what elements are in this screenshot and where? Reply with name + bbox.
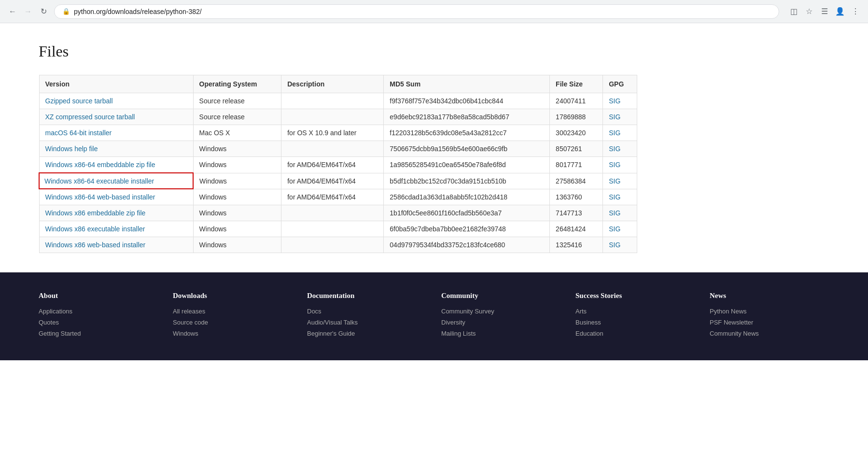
- sig-link[interactable]: SIG: [609, 97, 620, 105]
- gpg-cell: SIG: [603, 125, 637, 141]
- footer-link[interactable]: Community Survey: [441, 308, 561, 315]
- footer-section-title: Community: [441, 292, 561, 300]
- col-description: Description: [281, 75, 384, 93]
- table-row: XZ compressed source tarballSource relea…: [39, 109, 637, 125]
- gpg-cell: SIG: [603, 109, 637, 125]
- footer-link[interactable]: Beginner's Guide: [307, 330, 427, 337]
- col-version: Version: [39, 75, 193, 93]
- sig-link[interactable]: SIG: [609, 129, 620, 137]
- os-cell: Mac OS X: [193, 125, 281, 141]
- md5-cell: 6f0ba59c7dbeba7bb0ee21682fe39748: [384, 221, 550, 237]
- cast-button[interactable]: ◫: [787, 5, 800, 18]
- version-link[interactable]: XZ compressed source tarball: [45, 113, 135, 121]
- footer-section-news: NewsPython NewsPSF NewsletterCommunity N…: [710, 292, 829, 341]
- gpg-cell: SIG: [603, 93, 637, 109]
- version-cell: Windows help file: [39, 141, 193, 157]
- footer-link[interactable]: Source code: [173, 319, 293, 326]
- profile-button[interactable]: 👤: [833, 5, 847, 18]
- lock-icon: 🔒: [62, 8, 70, 15]
- sig-link[interactable]: SIG: [609, 241, 620, 249]
- footer-link[interactable]: Docs: [307, 308, 427, 315]
- footer-link[interactable]: Mailing Lists: [441, 330, 561, 337]
- filesize-cell: 27586384: [550, 173, 603, 189]
- sig-link[interactable]: SIG: [609, 193, 620, 201]
- reload-button[interactable]: ↻: [37, 5, 50, 18]
- footer-link[interactable]: Windows: [173, 330, 293, 337]
- footer-grid: AboutApplicationsQuotesGetting StartedDo…: [39, 292, 829, 341]
- col-filesize: File Size: [550, 75, 603, 93]
- sig-link[interactable]: SIG: [609, 145, 620, 153]
- footer-section-downloads: DownloadsAll releasesSource codeWindows: [173, 292, 293, 341]
- os-cell: Source release: [193, 93, 281, 109]
- version-link[interactable]: Windows x86 web-based installer: [45, 241, 146, 249]
- footer-link[interactable]: Education: [575, 330, 695, 337]
- address-bar[interactable]: 🔒 python.org/downloads/release/python-38…: [54, 4, 779, 19]
- footer-link[interactable]: Arts: [575, 308, 695, 315]
- version-cell: Windows x86-64 web-based installer: [39, 189, 193, 205]
- sig-link[interactable]: SIG: [609, 225, 620, 233]
- back-button[interactable]: ←: [6, 5, 19, 18]
- sig-link[interactable]: SIG: [609, 161, 620, 169]
- gpg-cell: SIG: [603, 221, 637, 237]
- os-cell: Windows: [193, 205, 281, 221]
- tab-search-button[interactable]: ☰: [818, 5, 831, 18]
- gpg-cell: SIG: [603, 173, 637, 189]
- sig-link[interactable]: SIG: [609, 209, 620, 217]
- version-link[interactable]: Windows x86 embeddable zip file: [45, 209, 146, 217]
- version-link[interactable]: Windows x86-64 web-based installer: [45, 193, 155, 201]
- os-cell: Windows: [193, 173, 281, 189]
- version-link[interactable]: macOS 64-bit installer: [45, 129, 112, 137]
- page-title: Files: [39, 42, 637, 60]
- md5-cell: 04d97979534f4bd33752c183fc4ce680: [384, 237, 550, 253]
- table-header: Version Operating System Description MD5…: [39, 75, 637, 93]
- version-cell: Windows x86 web-based installer: [39, 237, 193, 253]
- col-gpg: GPG: [603, 75, 637, 93]
- version-cell: macOS 64-bit installer: [39, 125, 193, 141]
- footer-section-title: News: [710, 292, 829, 300]
- footer-section-title: Success Stories: [575, 292, 695, 300]
- os-cell: Windows: [193, 221, 281, 237]
- table-row: Windows x86-64 web-based installerWindow…: [39, 189, 637, 205]
- footer-link[interactable]: Business: [575, 319, 695, 326]
- forward-button[interactable]: →: [21, 5, 35, 18]
- browser-chrome: ← → ↻ 🔒 python.org/downloads/release/pyt…: [0, 0, 868, 23]
- col-os: Operating System: [193, 75, 281, 93]
- footer-link[interactable]: Python News: [710, 308, 829, 315]
- footer-link[interactable]: Quotes: [39, 319, 158, 326]
- footer-section-title: Documentation: [307, 292, 427, 300]
- description-cell: [281, 221, 384, 237]
- md5-cell: 1a98565285491c0ea65450e78afe6f8d: [384, 157, 550, 173]
- footer-link[interactable]: Getting Started: [39, 330, 158, 337]
- table-row: macOS 64-bit installerMac OS Xfor OS X 1…: [39, 125, 637, 141]
- description-cell: for OS X 10.9 and later: [281, 125, 384, 141]
- sig-link[interactable]: SIG: [609, 113, 620, 121]
- version-link[interactable]: Windows x86-64 executable installer: [44, 177, 154, 185]
- version-link[interactable]: Windows x86-64 embeddable zip file: [45, 161, 155, 169]
- md5-cell: f12203128b5c639dc08e5a43a2812cc7: [384, 125, 550, 141]
- table-body: Gzipped source tarballSource releasef9f3…: [39, 93, 637, 253]
- menu-button[interactable]: ⋮: [849, 5, 862, 18]
- footer-link[interactable]: All releases: [173, 308, 293, 315]
- version-link[interactable]: Gzipped source tarball: [45, 97, 113, 105]
- md5-cell: f9f3768f757e34b342dbc06b41cbc844: [384, 93, 550, 109]
- description-cell: for AMD64/EM64T/x64: [281, 173, 384, 189]
- description-cell: [281, 237, 384, 253]
- os-cell: Source release: [193, 109, 281, 125]
- footer-link[interactable]: PSF Newsletter: [710, 319, 829, 326]
- bookmark-button[interactable]: ☆: [802, 5, 816, 18]
- footer-link[interactable]: Community News: [710, 330, 829, 337]
- os-cell: Windows: [193, 141, 281, 157]
- footer-section-about: AboutApplicationsQuotesGetting Started: [39, 292, 158, 341]
- description-cell: for AMD64/EM64T/x64: [281, 189, 384, 205]
- footer-link[interactable]: Diversity: [441, 319, 561, 326]
- footer-link[interactable]: Applications: [39, 308, 158, 315]
- sig-link[interactable]: SIG: [609, 177, 620, 185]
- os-cell: Windows: [193, 189, 281, 205]
- footer-section-title: About: [39, 292, 158, 300]
- browser-actions: ◫ ☆ ☰ 👤 ⋮: [787, 5, 862, 18]
- footer-link[interactable]: Audio/Visual Talks: [307, 319, 427, 326]
- version-link[interactable]: Windows x86 executable installer: [45, 225, 145, 233]
- version-link[interactable]: Windows help file: [45, 145, 98, 153]
- footer-section-documentation: DocumentationDocsAudio/Visual TalksBegin…: [307, 292, 427, 341]
- description-cell: for AMD64/EM64T/x64: [281, 157, 384, 173]
